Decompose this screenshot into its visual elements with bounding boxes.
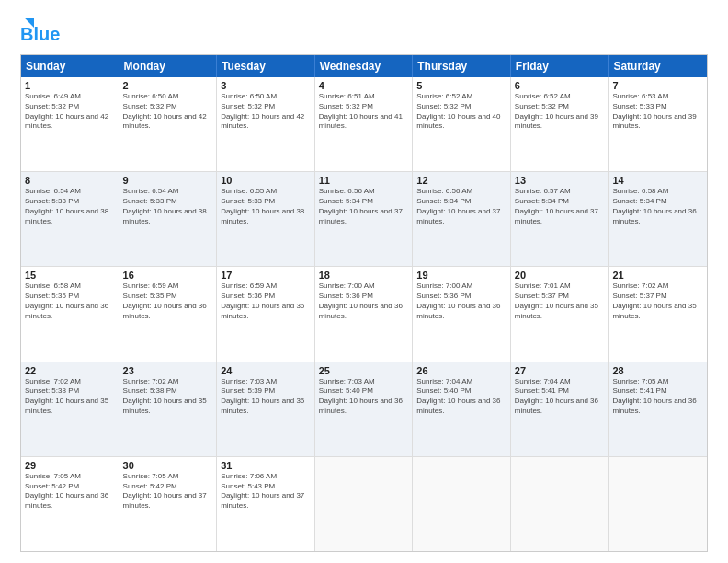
- cell-details: Sunrise: 6:53 AM Sunset: 5:33 PM Dayligh…: [612, 92, 703, 132]
- header-day-sunday: Sunday: [21, 55, 119, 77]
- calendar-cell: 26Sunrise: 7:04 AM Sunset: 5:40 PM Dayli…: [413, 362, 511, 456]
- calendar-week-1: 1Sunrise: 6:49 AM Sunset: 5:32 PM Daylig…: [21, 77, 707, 172]
- day-number: 29: [25, 460, 115, 471]
- calendar-cell: 16Sunrise: 6:59 AM Sunset: 5:35 PM Dayli…: [119, 267, 218, 361]
- cell-details: Sunrise: 7:02 AM Sunset: 5:38 PM Dayligh…: [123, 377, 213, 417]
- day-number: 21: [612, 270, 703, 281]
- calendar-cell: 9Sunrise: 6:54 AM Sunset: 5:33 PM Daylig…: [119, 172, 218, 266]
- cell-details: Sunrise: 7:00 AM Sunset: 5:36 PM Dayligh…: [416, 282, 506, 321]
- calendar-cell: 15Sunrise: 6:58 AM Sunset: 5:35 PM Dayli…: [21, 267, 119, 361]
- day-number: 27: [515, 365, 605, 376]
- calendar-cell: 8Sunrise: 6:54 AM Sunset: 5:33 PM Daylig…: [21, 172, 119, 266]
- cell-details: Sunrise: 6:59 AM Sunset: 5:36 PM Dayligh…: [221, 282, 311, 321]
- day-number: 1: [25, 80, 115, 91]
- logo-blue-text: Blue: [20, 24, 60, 45]
- cell-details: Sunrise: 7:03 AM Sunset: 5:39 PM Dayligh…: [221, 377, 311, 417]
- calendar-cell: 24Sunrise: 7:03 AM Sunset: 5:39 PM Dayli…: [217, 362, 315, 456]
- cell-details: Sunrise: 7:02 AM Sunset: 5:38 PM Dayligh…: [25, 377, 115, 417]
- cell-details: Sunrise: 7:06 AM Sunset: 5:43 PM Dayligh…: [221, 472, 311, 511]
- day-number: 26: [416, 365, 506, 376]
- logo: Blue: [20, 17, 60, 45]
- calendar-cell: [413, 457, 511, 551]
- page: Blue SundayMondayTuesdayWednesdayThursda…: [0, 0, 728, 563]
- day-number: 20: [515, 270, 605, 281]
- calendar-cell: 14Sunrise: 6:58 AM Sunset: 5:34 PM Dayli…: [609, 172, 707, 266]
- day-number: 5: [416, 80, 506, 91]
- cell-details: Sunrise: 7:03 AM Sunset: 5:40 PM Dayligh…: [319, 377, 409, 417]
- calendar-week-5: 29Sunrise: 7:05 AM Sunset: 5:42 PM Dayli…: [21, 457, 707, 551]
- day-number: 4: [319, 80, 409, 91]
- cell-details: Sunrise: 6:58 AM Sunset: 5:34 PM Dayligh…: [612, 187, 703, 226]
- header-day-saturday: Saturday: [609, 55, 707, 77]
- cell-details: Sunrise: 6:54 AM Sunset: 5:33 PM Dayligh…: [123, 187, 213, 226]
- day-number: 3: [221, 80, 311, 91]
- day-number: 2: [123, 80, 213, 91]
- calendar-cell: 29Sunrise: 7:05 AM Sunset: 5:42 PM Dayli…: [21, 457, 119, 551]
- cell-details: Sunrise: 7:02 AM Sunset: 5:37 PM Dayligh…: [612, 282, 703, 321]
- calendar-cell: [609, 457, 707, 551]
- calendar-cell: 2Sunrise: 6:50 AM Sunset: 5:32 PM Daylig…: [119, 77, 218, 171]
- cell-details: Sunrise: 7:05 AM Sunset: 5:41 PM Dayligh…: [612, 377, 703, 417]
- cell-details: Sunrise: 6:51 AM Sunset: 5:32 PM Dayligh…: [319, 92, 409, 132]
- calendar-cell: 31Sunrise: 7:06 AM Sunset: 5:43 PM Dayli…: [217, 457, 315, 551]
- cell-details: Sunrise: 6:59 AM Sunset: 5:35 PM Dayligh…: [123, 282, 213, 321]
- calendar-body: 1Sunrise: 6:49 AM Sunset: 5:32 PM Daylig…: [21, 77, 707, 551]
- cell-details: Sunrise: 7:05 AM Sunset: 5:42 PM Dayligh…: [25, 472, 115, 511]
- day-number: 8: [25, 175, 115, 186]
- header-day-wednesday: Wednesday: [315, 55, 414, 77]
- calendar-cell: 5Sunrise: 6:52 AM Sunset: 5:32 PM Daylig…: [413, 77, 511, 171]
- calendar-cell: 30Sunrise: 7:05 AM Sunset: 5:42 PM Dayli…: [119, 457, 218, 551]
- day-number: 12: [416, 175, 506, 186]
- day-number: 28: [612, 365, 703, 376]
- day-number: 23: [123, 365, 213, 376]
- cell-details: Sunrise: 6:52 AM Sunset: 5:32 PM Dayligh…: [515, 92, 605, 132]
- cell-details: Sunrise: 7:01 AM Sunset: 5:37 PM Dayligh…: [515, 282, 605, 321]
- cell-details: Sunrise: 7:04 AM Sunset: 5:41 PM Dayligh…: [515, 377, 605, 417]
- cell-details: Sunrise: 6:58 AM Sunset: 5:35 PM Dayligh…: [25, 282, 115, 321]
- header-day-friday: Friday: [511, 55, 609, 77]
- calendar-cell: 13Sunrise: 6:57 AM Sunset: 5:34 PM Dayli…: [511, 172, 609, 266]
- day-number: 14: [612, 175, 703, 186]
- calendar-cell: 27Sunrise: 7:04 AM Sunset: 5:41 PM Dayli…: [511, 362, 609, 456]
- day-number: 7: [612, 80, 703, 91]
- day-number: 24: [221, 365, 311, 376]
- calendar-cell: 20Sunrise: 7:01 AM Sunset: 5:37 PM Dayli…: [511, 267, 609, 361]
- calendar-cell: 12Sunrise: 6:56 AM Sunset: 5:34 PM Dayli…: [413, 172, 511, 266]
- day-number: 19: [416, 270, 506, 281]
- day-number: 13: [515, 175, 605, 186]
- calendar-cell: 1Sunrise: 6:49 AM Sunset: 5:32 PM Daylig…: [21, 77, 119, 171]
- day-number: 22: [25, 365, 115, 376]
- calendar-cell: [511, 457, 609, 551]
- day-number: 17: [221, 270, 311, 281]
- cell-details: Sunrise: 6:57 AM Sunset: 5:34 PM Dayligh…: [515, 187, 605, 226]
- cell-details: Sunrise: 6:50 AM Sunset: 5:32 PM Dayligh…: [123, 92, 213, 132]
- cell-details: Sunrise: 7:00 AM Sunset: 5:36 PM Dayligh…: [319, 282, 409, 321]
- calendar: SundayMondayTuesdayWednesdayThursdayFrid…: [20, 54, 708, 552]
- cell-details: Sunrise: 7:04 AM Sunset: 5:40 PM Dayligh…: [416, 377, 506, 417]
- day-number: 10: [221, 175, 311, 186]
- cell-details: Sunrise: 6:49 AM Sunset: 5:32 PM Dayligh…: [25, 92, 115, 132]
- cell-details: Sunrise: 6:50 AM Sunset: 5:32 PM Dayligh…: [221, 92, 311, 132]
- day-number: 11: [319, 175, 409, 186]
- calendar-cell: 17Sunrise: 6:59 AM Sunset: 5:36 PM Dayli…: [217, 267, 315, 361]
- day-number: 6: [515, 80, 605, 91]
- header-day-thursday: Thursday: [413, 55, 511, 77]
- calendar-cell: 11Sunrise: 6:56 AM Sunset: 5:34 PM Dayli…: [315, 172, 414, 266]
- calendar-cell: 23Sunrise: 7:02 AM Sunset: 5:38 PM Dayli…: [119, 362, 218, 456]
- calendar-cell: 4Sunrise: 6:51 AM Sunset: 5:32 PM Daylig…: [315, 77, 414, 171]
- calendar-cell: 28Sunrise: 7:05 AM Sunset: 5:41 PM Dayli…: [609, 362, 707, 456]
- calendar-cell: 10Sunrise: 6:55 AM Sunset: 5:33 PM Dayli…: [217, 172, 315, 266]
- day-number: 15: [25, 270, 115, 281]
- calendar-header-row: SundayMondayTuesdayWednesdayThursdayFrid…: [21, 55, 707, 77]
- cell-details: Sunrise: 6:56 AM Sunset: 5:34 PM Dayligh…: [319, 187, 409, 226]
- calendar-week-2: 8Sunrise: 6:54 AM Sunset: 5:33 PM Daylig…: [21, 172, 707, 267]
- header-day-tuesday: Tuesday: [217, 55, 315, 77]
- header-day-monday: Monday: [119, 55, 218, 77]
- day-number: 16: [123, 270, 213, 281]
- calendar-cell: 22Sunrise: 7:02 AM Sunset: 5:38 PM Dayli…: [21, 362, 119, 456]
- cell-details: Sunrise: 6:56 AM Sunset: 5:34 PM Dayligh…: [416, 187, 506, 226]
- calendar-week-3: 15Sunrise: 6:58 AM Sunset: 5:35 PM Dayli…: [21, 267, 707, 362]
- calendar-cell: 25Sunrise: 7:03 AM Sunset: 5:40 PM Dayli…: [315, 362, 414, 456]
- day-number: 18: [319, 270, 409, 281]
- day-number: 9: [123, 175, 213, 186]
